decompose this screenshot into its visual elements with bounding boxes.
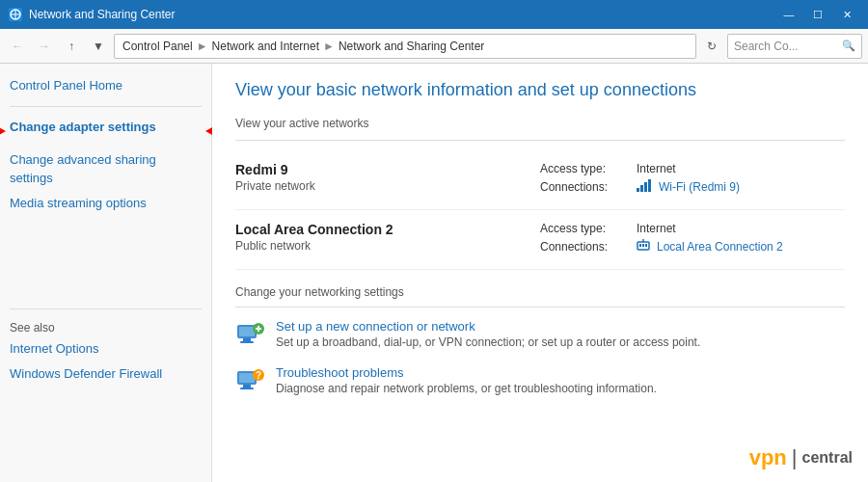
svg-rect-7	[640, 185, 643, 192]
sidebar-divider-1	[10, 106, 202, 107]
new-connection-link[interactable]: Set up a new connection or network	[276, 319, 700, 334]
path-part3: Network and Sharing Center	[339, 40, 484, 53]
title-bar: Network and Sharing Center — ☐ ✕	[0, 0, 868, 29]
change-advanced-link[interactable]: Change advanced sharing settings	[10, 151, 202, 186]
networks-container: Redmi 9 Private network Access type: Int…	[235, 150, 845, 270]
signal-icon	[637, 178, 655, 195]
vpn-central-text: central	[802, 449, 853, 467]
minimize-button[interactable]: —	[775, 0, 802, 29]
change-adapter-link[interactable]: Change adapter settings	[10, 119, 156, 136]
path-sep-1: ►	[197, 40, 208, 53]
path-part1: Control Panel	[122, 40, 193, 53]
connections-value-1[interactable]: Wi-Fi (Redmi 9)	[637, 178, 740, 195]
settings-text-2: Troubleshoot problems Diagnose and repai…	[276, 365, 657, 395]
svg-rect-8	[644, 182, 647, 192]
svg-marker-4	[0, 122, 6, 140]
settings-text-1: Set up a new connection or network Set u…	[276, 319, 700, 349]
access-type-value-1: Internet	[637, 162, 676, 175]
troubleshoot-icon: ?	[235, 365, 266, 396]
access-type-row-2: Access type: Internet	[540, 222, 845, 235]
recent-button[interactable]: ▼	[87, 35, 110, 58]
settings-item-2: ? Troubleshoot problems Diagnose and rep…	[235, 365, 845, 396]
connections-value-2[interactable]: Local Area Connection 2	[637, 238, 783, 254]
vpn-watermark: vpn | central	[749, 445, 853, 470]
settings-label: Change your networking settings	[235, 285, 845, 299]
page-title: View your basic network information and …	[235, 79, 845, 101]
content-area: View your basic network information and …	[212, 64, 868, 482]
window-title: Network and Sharing Center	[29, 8, 775, 21]
svg-rect-13	[645, 244, 647, 247]
close-button[interactable]: ✕	[833, 0, 860, 29]
red-arrow-left-icon	[0, 122, 6, 140]
path-part2: Network and Internet	[212, 40, 319, 53]
svg-rect-9	[648, 179, 651, 192]
connections-label-1: Connections:	[540, 180, 637, 194]
sidebar: Control Panel Home Change adapter settin…	[0, 64, 212, 482]
address-bar: ← → ↑ ▼ Control Panel ► Network and Inte…	[0, 29, 868, 64]
svg-rect-6	[637, 188, 639, 192]
access-type-label-1: Access type:	[540, 162, 637, 175]
change-adapter-container: Change adapter settings	[10, 119, 202, 144]
control-panel-home-link[interactable]: Control Panel Home	[10, 77, 202, 94]
svg-rect-16	[239, 327, 255, 336]
see-also-label: See also	[10, 321, 202, 335]
refresh-button[interactable]: ↻	[700, 35, 723, 58]
new-connection-desc: Set up a broadband, dial-up, or VPN conn…	[276, 335, 700, 349]
network-name-1: Redmi 9	[235, 162, 540, 177]
path-sep-2: ►	[323, 40, 335, 53]
settings-item-1: Set up a new connection or network Set u…	[235, 319, 845, 350]
network-type-2: Public network	[235, 239, 540, 253]
access-type-label-2: Access type:	[540, 222, 637, 235]
main-layout: Control Panel Home Change adapter settin…	[0, 64, 868, 482]
connections-label-2: Connections:	[540, 240, 637, 254]
svg-rect-12	[642, 244, 644, 247]
access-type-value-2: Internet	[637, 222, 676, 235]
settings-divider	[235, 307, 845, 308]
search-box[interactable]: Search Co... 🔍	[727, 34, 862, 59]
svg-rect-11	[639, 244, 641, 247]
network-name-2: Local Area Connection 2	[235, 222, 540, 237]
network-row-1: Redmi 9 Private network Access type: Int…	[235, 150, 845, 210]
network-row-2: Local Area Connection 2 Public network A…	[235, 210, 845, 270]
network-info-1: Redmi 9 Private network	[235, 162, 540, 193]
ethernet-icon	[637, 238, 650, 254]
address-path[interactable]: Control Panel ► Network and Internet ► N…	[114, 34, 696, 59]
search-icon[interactable]: 🔍	[842, 40, 855, 52]
svg-rect-25	[240, 388, 254, 389]
internet-options-link[interactable]: Internet Options	[10, 340, 202, 358]
vpn-pipe: |	[792, 445, 798, 470]
forward-button[interactable]: →	[33, 35, 56, 58]
networks-divider	[235, 140, 845, 141]
connections-row-2: Connections: L	[540, 238, 845, 254]
network-details-2: Access type: Internet Connections:	[540, 222, 845, 257]
new-connection-icon	[235, 319, 266, 350]
svg-rect-23	[239, 373, 255, 383]
settings-section: Change your networking settings	[235, 285, 845, 396]
maximize-button[interactable]: ☐	[804, 0, 831, 29]
back-button[interactable]: ←	[6, 35, 29, 58]
network-type-1: Private network	[235, 179, 540, 193]
sidebar-divider-2	[10, 308, 202, 309]
vpn-text: vpn	[749, 445, 787, 470]
up-button[interactable]: ↑	[60, 35, 83, 58]
windows-defender-link[interactable]: Windows Defender Firewall	[10, 365, 202, 383]
network-info-2: Local Area Connection 2 Public network	[235, 222, 540, 253]
window-controls: — ☐ ✕	[775, 0, 860, 29]
media-streaming-link[interactable]: Media streaming options	[10, 195, 202, 212]
title-bar-icon	[8, 7, 23, 22]
active-networks-label: View your active networks	[235, 117, 845, 130]
connections-row-1: Connections: Wi-Fi (Redmi 9)	[540, 178, 845, 195]
troubleshoot-desc: Diagnose and repair network problems, or…	[276, 382, 657, 395]
svg-rect-17	[243, 338, 251, 341]
access-type-row-1: Access type: Internet	[540, 162, 845, 175]
troubleshoot-link[interactable]: Troubleshoot problems	[276, 365, 657, 380]
search-placeholder: Search Co...	[734, 40, 799, 53]
network-details-1: Access type: Internet Connections:	[540, 162, 845, 198]
svg-text:?: ?	[256, 370, 261, 381]
svg-rect-24	[243, 385, 251, 388]
svg-rect-18	[240, 341, 254, 343]
